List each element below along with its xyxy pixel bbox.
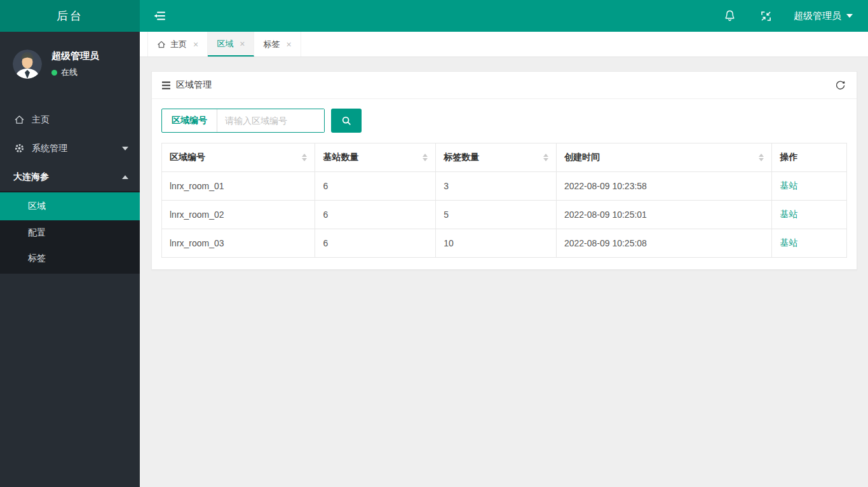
sort-icon[interactable] (302, 154, 307, 161)
user-menu-label: 超级管理员 (794, 10, 841, 22)
area-management-panel: 区域管理 区域编号 (151, 71, 857, 270)
sidebar-item-system[interactable]: 系统管理 (0, 134, 140, 163)
topbar: 超级管理员 (140, 0, 868, 32)
table-row: lnrx_room_01 6 3 2022-08-09 10:23:58 基站 (162, 172, 847, 201)
topbar-right: 超级管理员 (700, 10, 853, 22)
column-label: 标签数量 (444, 152, 479, 163)
search-field-label: 区域编号 (162, 109, 217, 132)
tab-label: 区域 (217, 38, 233, 50)
cell-actions: 基站 (772, 172, 847, 201)
app-logo: 后台 (0, 0, 140, 32)
cell-tags: 3 (436, 172, 557, 201)
sidebar-submenu: 区域 配置 标签 (0, 191, 140, 274)
panel-title: 区域管理 (176, 79, 212, 91)
area-table: 区域编号 基站数量 标签数量 (161, 143, 847, 258)
compress-icon (760, 10, 772, 22)
user-name: 超级管理员 (51, 50, 99, 62)
user-menu[interactable]: 超级管理员 (794, 10, 853, 22)
column-label: 区域编号 (170, 152, 205, 163)
search-bar: 区域编号 (161, 109, 847, 133)
sidebar-menu: 主页 系统管理 大连海参 区域 配置 标签 (0, 105, 140, 274)
menu-fold-icon (153, 10, 166, 22)
tab-home[interactable]: 主页 × (147, 32, 208, 57)
column-header-actions: 操作 (772, 143, 847, 172)
table-header-row: 区域编号 基站数量 标签数量 (162, 143, 847, 172)
user-status: 在线 (51, 67, 99, 78)
sidebar-item-label: 主页 (32, 114, 50, 126)
sidebar-subitem-area[interactable]: 区域 (0, 192, 140, 220)
cell-tags: 10 (436, 229, 557, 258)
search-button[interactable] (331, 109, 362, 133)
cell-actions: 基站 (772, 201, 847, 229)
close-icon[interactable]: × (286, 40, 291, 49)
column-header-created[interactable]: 创建时间 (556, 143, 772, 172)
search-group: 区域编号 (161, 109, 325, 133)
column-header-area-id[interactable]: 区域编号 (162, 143, 315, 172)
column-label: 操作 (780, 152, 797, 163)
avatar-illustration (13, 50, 42, 79)
sort-icon[interactable] (423, 154, 428, 161)
chevron-up-icon (122, 175, 128, 179)
bell-icon (724, 10, 736, 22)
base-station-link[interactable]: 基站 (780, 180, 797, 190)
column-header-stations[interactable]: 基站数量 (315, 143, 436, 172)
close-icon[interactable]: × (193, 40, 198, 49)
tab-tag[interactable]: 标签 × (254, 32, 301, 57)
cell-stations: 6 (315, 201, 436, 229)
sidebar-collapse-button[interactable] (153, 10, 166, 22)
panel-header: 区域管理 (152, 72, 857, 99)
user-status-label: 在线 (61, 67, 78, 78)
search-input[interactable] (217, 109, 324, 132)
cell-area-id: lnrx_room_03 (162, 229, 315, 258)
cell-stations: 6 (315, 172, 436, 201)
cell-created: 2022-08-09 10:23:58 (556, 172, 772, 201)
sort-icon[interactable] (543, 154, 548, 161)
base-station-link[interactable]: 基站 (780, 237, 797, 248)
home-icon (157, 40, 166, 49)
base-station-link[interactable]: 基站 (780, 209, 797, 219)
cell-actions: 基站 (772, 229, 847, 258)
cell-area-id: lnrx_room_01 (162, 172, 315, 201)
column-label: 创建时间 (564, 152, 600, 163)
notifications-button[interactable] (724, 10, 736, 22)
sidebar: 后台 超级管理员 (0, 0, 140, 487)
close-icon[interactable]: × (240, 39, 245, 48)
avatar (13, 50, 42, 79)
gear-icon (13, 143, 25, 154)
table-row: lnrx_room_03 6 10 2022-08-09 10:25:08 基站 (162, 229, 847, 258)
table-body: lnrx_room_01 6 3 2022-08-09 10:23:58 基站 (162, 172, 847, 258)
app-root: 后台 超级管理员 (0, 0, 868, 487)
cell-created: 2022-08-09 10:25:08 (556, 229, 772, 258)
refresh-button[interactable] (834, 79, 847, 92)
tab-bar: 主页 × 区域 × 标签 × (140, 32, 868, 57)
chevron-down-icon (122, 147, 128, 150)
cell-created: 2022-08-09 10:25:01 (556, 201, 772, 229)
main-area: 超级管理员 主页 × 区域 × 标签 × (140, 0, 868, 487)
tab-area[interactable]: 区域 × (208, 32, 254, 57)
sidebar-subitem-tag[interactable]: 标签 (0, 246, 140, 271)
tab-label: 标签 (263, 39, 280, 50)
chevron-down-icon (846, 14, 853, 18)
table-row: lnrx_room_02 6 5 2022-08-09 10:25:01 基站 (162, 201, 847, 229)
online-dot-icon (51, 70, 57, 76)
exit-fullscreen-button[interactable] (760, 10, 772, 22)
sidebar-subitem-config[interactable]: 配置 (0, 220, 140, 246)
column-label: 基站数量 (323, 152, 358, 163)
user-info: 超级管理员 在线 (51, 50, 99, 78)
refresh-icon (835, 80, 846, 91)
sidebar-group-dalian[interactable]: 大连海参 (0, 163, 140, 191)
cell-tags: 5 (436, 201, 557, 229)
page-content: 区域管理 区域编号 (140, 57, 868, 487)
sort-icon[interactable] (759, 154, 764, 161)
sidebar-group-label: 大连海参 (13, 171, 49, 183)
cell-area-id: lnrx_room_02 (162, 201, 315, 229)
column-header-tags[interactable]: 标签数量 (436, 143, 557, 172)
sidebar-item-home[interactable]: 主页 (0, 105, 140, 134)
home-icon (13, 114, 25, 126)
cell-stations: 6 (315, 229, 436, 258)
list-icon (161, 81, 171, 90)
search-icon (341, 116, 351, 126)
user-profile: 超级管理员 在线 (0, 32, 140, 93)
panel-body: 区域编号 (152, 99, 857, 269)
sidebar-item-label: 系统管理 (32, 143, 67, 154)
